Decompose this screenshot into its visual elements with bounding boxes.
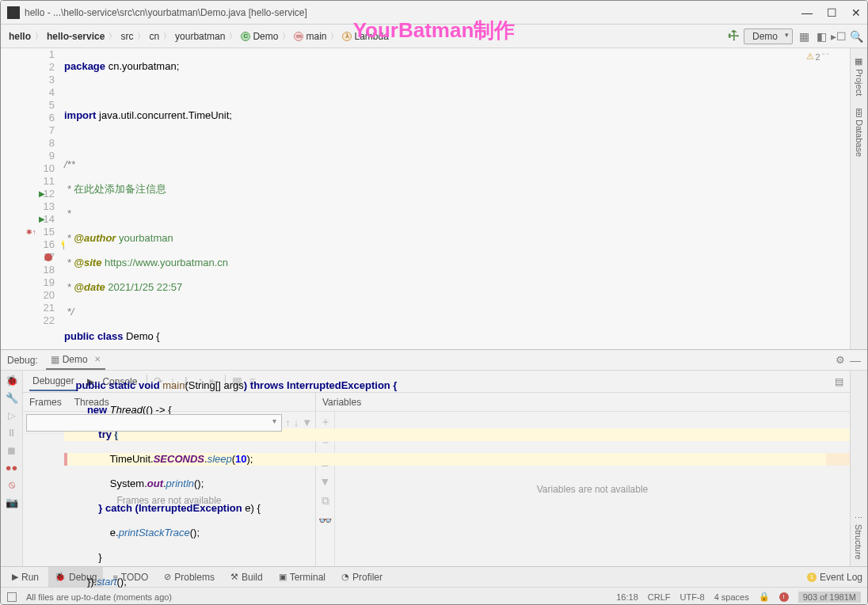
chevron-up-icon[interactable]: ˆ bbox=[822, 52, 825, 62]
app-icon bbox=[7, 6, 20, 19]
structure-tool-tab[interactable]: ⋮ Structure bbox=[854, 513, 864, 560]
lambda-icon: λ bbox=[342, 32, 352, 41]
status-icon[interactable] bbox=[7, 592, 17, 602]
modified-marker-icon: ✱↑ bbox=[26, 226, 36, 238]
maximize-button[interactable]: ☐ bbox=[827, 6, 837, 19]
breadcrumb-item[interactable]: CDemo bbox=[238, 31, 281, 42]
right-tool-strip-lower: ⋮ Structure bbox=[850, 371, 867, 566]
mute-breakpoints-icon[interactable]: ⦸ bbox=[6, 478, 18, 491]
toolbar-icon[interactable]: ▦ bbox=[798, 30, 810, 43]
breadcrumb-item[interactable]: hello bbox=[6, 31, 34, 42]
breakpoints-icon[interactable]: ●● bbox=[6, 461, 18, 474]
project-tool-tab[interactable]: ▦ Project bbox=[852, 53, 866, 99]
close-button[interactable]: ✕ bbox=[851, 6, 861, 19]
class-icon: C bbox=[241, 32, 250, 41]
resume-icon[interactable]: ▷ bbox=[6, 409, 18, 421]
breadcrumb-item[interactable]: mmain bbox=[291, 31, 329, 42]
window-title: hello - ...\hello-service\src\cn\yourbat… bbox=[25, 7, 801, 18]
breakpoint-icon[interactable] bbox=[44, 253, 52, 261]
run-gutter-icon[interactable]: ▶ bbox=[39, 188, 45, 200]
run-gutter-icon[interactable]: ▶ bbox=[39, 213, 45, 226]
breadcrumb-item[interactable]: λLambda bbox=[339, 31, 391, 42]
rerun-debug-icon[interactable]: 🐞 bbox=[6, 374, 18, 386]
wrench-icon[interactable]: 🔧 bbox=[6, 391, 18, 404]
database-tool-tab[interactable]: 🗄 Database bbox=[853, 105, 866, 160]
minimize-panel-icon[interactable]: — bbox=[850, 354, 861, 367]
camera-icon[interactable]: 📷 bbox=[6, 496, 18, 508]
breadcrumb-item[interactable]: cn bbox=[146, 31, 162, 42]
toolbar-icon[interactable]: ▸☐ bbox=[832, 30, 845, 43]
class-icon: ▦ bbox=[51, 354, 59, 365]
stop-icon[interactable]: ◼ bbox=[6, 443, 18, 456]
main-area: ⚠ 2 ˆ ˇ 1234 5678 91011 12▶ 13 14▶ 15✱↑ … bbox=[1, 48, 867, 349]
code-editor[interactable]: ⚠ 2 ˆ ˇ 1234 5678 91011 12▶ 13 14▶ 15✱↑ … bbox=[1, 48, 850, 349]
thread-selector[interactable] bbox=[26, 414, 282, 432]
breadcrumb: hello〉 hello-service〉 src〉 cn〉 yourbatma… bbox=[6, 31, 728, 42]
breadcrumb-item[interactable]: src bbox=[117, 31, 136, 42]
pause-icon[interactable]: ⏸ bbox=[6, 426, 18, 439]
build-icon[interactable]: ⚒ bbox=[724, 27, 742, 45]
inspection-indicator[interactable]: ⚠ 2 ˆ ˇ bbox=[806, 51, 829, 62]
chevron-down-icon[interactable]: ˇ bbox=[826, 52, 829, 62]
editor-gutter[interactable]: 1234 5678 91011 12▶ 13 14▶ 15✱↑ 16💡 17 1… bbox=[1, 48, 64, 349]
toolbar-right: ⚒ Demo ▦ ◧ ▸☐ 🔍 bbox=[728, 29, 862, 44]
method-icon: m bbox=[294, 32, 303, 41]
minimize-button[interactable]: — bbox=[801, 6, 813, 19]
toolbar-icon[interactable]: ◧ bbox=[815, 30, 828, 43]
editor-content[interactable]: package cn.yourbatman; import java.util.… bbox=[64, 48, 850, 349]
window-controls: — ☐ ✕ bbox=[801, 6, 861, 19]
navigation-bar: hello〉 hello-service〉 src〉 cn〉 yourbatma… bbox=[1, 25, 867, 48]
search-icon[interactable]: 🔍 bbox=[850, 30, 862, 43]
play-icon: ▶ bbox=[12, 572, 18, 582]
warning-icon: ⚠ bbox=[806, 51, 814, 62]
run-config-selector[interactable]: Demo bbox=[744, 29, 793, 44]
debug-left-toolbar: 🐞 🔧 ▷ ⏸ ◼ ●● ⦸ 📷 bbox=[1, 371, 23, 566]
right-tool-strip: ▦ Project 🗄 Database bbox=[850, 48, 867, 349]
debug-title-label: Debug: bbox=[7, 355, 38, 366]
frames-tab[interactable]: Frames bbox=[29, 397, 62, 408]
breadcrumb-item[interactable]: yourbatman bbox=[172, 31, 228, 42]
run-tab[interactable]: ▶Run bbox=[6, 567, 45, 587]
breadcrumb-item[interactable]: hello-service bbox=[44, 31, 108, 42]
window-title-bar: hello - ...\hello-service\src\cn\yourbat… bbox=[1, 1, 867, 25]
